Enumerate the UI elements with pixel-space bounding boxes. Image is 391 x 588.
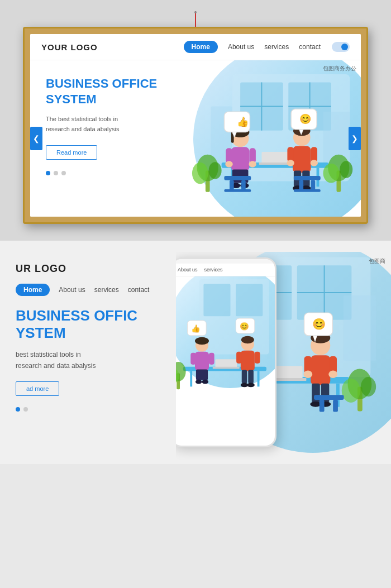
wall-section: YOUR LOGO Home About us services contact… xyxy=(0,0,391,241)
bottom-logo: UR LOGO xyxy=(16,263,167,275)
svg-text:👍: 👍 xyxy=(237,116,250,128)
bottom-nav: Home About us services contact xyxy=(16,284,167,296)
svg-point-30 xyxy=(287,160,294,166)
phone-nav-aboutus[interactable]: About us xyxy=(178,267,198,273)
bottom-slide-dots xyxy=(16,407,167,412)
svg-rect-54 xyxy=(294,176,321,180)
bottom-watermark: 包图商 xyxy=(369,257,385,265)
svg-rect-50 xyxy=(225,176,251,180)
svg-rect-52 xyxy=(241,180,246,191)
bottom-content: UR LOGO Home About us services contact B… xyxy=(0,252,391,464)
svg-rect-111 xyxy=(314,395,344,400)
svg-point-48 xyxy=(323,164,340,183)
svg-point-128 xyxy=(196,380,202,384)
svg-rect-29 xyxy=(311,147,317,162)
bottom-hero-title: BUSINESS OFFICYSTEM xyxy=(16,307,167,342)
bottom-left: UR LOGO Home About us services contact B… xyxy=(0,252,176,464)
hero-illustration: 包图商务办公 xyxy=(179,60,361,217)
phone-illustration: 👍 😊 xyxy=(176,276,275,435)
svg-text:👍: 👍 xyxy=(191,324,201,333)
bottom-right: 包图商 xyxy=(176,252,391,464)
svg-rect-126 xyxy=(209,353,214,365)
svg-rect-113 xyxy=(333,400,338,412)
nav-toggle[interactable] xyxy=(332,42,350,52)
svg-point-20 xyxy=(226,161,233,167)
phone-overlay: About us services xyxy=(176,257,276,447)
svg-text:😊: 😊 xyxy=(240,322,249,331)
svg-text:😊: 😊 xyxy=(312,317,326,331)
slide-arrow-left[interactable]: ❮ xyxy=(30,127,42,150)
svg-point-129 xyxy=(202,380,208,384)
hero-section: ❮ BUSINESS OFFICESYSTEM The best statist… xyxy=(30,60,361,217)
svg-point-131 xyxy=(241,336,254,343)
svg-rect-57 xyxy=(294,189,321,192)
svg-point-44 xyxy=(192,162,208,184)
phone-nav-services[interactable]: services xyxy=(204,267,223,273)
nav-aboutus-link[interactable]: About us xyxy=(228,43,254,51)
slide-dot-2[interactable] xyxy=(54,171,58,175)
hero-title: BUSINESS OFFICESYSTEM xyxy=(46,76,165,107)
nav-services-link[interactable]: services xyxy=(264,43,289,51)
svg-point-107 xyxy=(361,377,376,396)
svg-point-49 xyxy=(340,161,353,178)
phone-content: 👍 😊 xyxy=(176,276,275,435)
slide-dots xyxy=(46,171,165,175)
svg-rect-135 xyxy=(242,370,247,384)
frame-inner: YOUR LOGO Home About us services contact… xyxy=(30,34,361,217)
nav-links: Home About us services contact xyxy=(184,41,321,53)
office-illustration: 👍 😊 xyxy=(179,60,361,217)
bottom-section: UR LOGO Home About us services contact B… xyxy=(0,241,391,464)
hanging-wire-container: YOUR LOGO Home About us services contact… xyxy=(22,11,369,224)
svg-rect-120 xyxy=(216,359,237,367)
bottom-slide-dot-1[interactable] xyxy=(16,407,20,412)
svg-point-92 xyxy=(310,401,321,407)
svg-rect-134 xyxy=(255,352,260,364)
svg-rect-53 xyxy=(225,189,251,192)
phone-nav: About us services xyxy=(176,264,275,276)
slide-dot-3[interactable] xyxy=(61,171,66,175)
svg-rect-51 xyxy=(230,180,234,191)
slide-dot-1[interactable] xyxy=(46,171,50,175)
svg-point-89 xyxy=(328,370,337,378)
bottom-nav-contact[interactable]: contact xyxy=(128,286,150,294)
svg-rect-112 xyxy=(320,400,325,412)
svg-rect-27 xyxy=(293,146,311,173)
svg-rect-19 xyxy=(250,148,256,163)
bottom-read-more-button[interactable]: ad more xyxy=(16,381,59,396)
svg-point-123 xyxy=(195,337,209,345)
svg-point-31 xyxy=(311,160,318,166)
nav-contact-link[interactable]: contact xyxy=(299,43,321,51)
hero-description: The best statistical tools inresearch an… xyxy=(46,114,165,134)
svg-point-45 xyxy=(209,162,222,179)
bottom-nav-services[interactable]: services xyxy=(94,286,119,294)
nav-home-link[interactable]: Home xyxy=(184,41,218,53)
svg-rect-121 xyxy=(213,367,240,369)
svg-point-88 xyxy=(304,370,313,378)
read-more-button[interactable]: Read more xyxy=(46,145,97,160)
bottom-slide-dot-2[interactable] xyxy=(23,407,28,412)
svg-rect-85 xyxy=(311,355,330,385)
bottom-nav-aboutus[interactable]: About us xyxy=(59,286,85,294)
svg-rect-56 xyxy=(311,180,316,191)
bottom-nav-home[interactable]: Home xyxy=(16,284,50,296)
svg-rect-124 xyxy=(195,352,209,371)
svg-rect-127 xyxy=(196,370,208,380)
hanging-wire xyxy=(195,11,196,27)
svg-rect-28 xyxy=(288,147,294,162)
watermark-text: 包图商务办公 xyxy=(323,65,356,73)
bottom-hero-description: best statistical tools inresearch and da… xyxy=(16,350,167,371)
svg-text:😊: 😊 xyxy=(300,113,312,125)
svg-rect-132 xyxy=(241,351,255,371)
svg-point-21 xyxy=(249,161,256,167)
svg-point-137 xyxy=(241,383,248,388)
svg-rect-115 xyxy=(203,284,230,316)
phone-status-bar xyxy=(176,259,275,264)
nav-bar: YOUR LOGO Home About us services contact xyxy=(30,34,361,60)
svg-point-106 xyxy=(342,379,360,403)
svg-point-138 xyxy=(247,383,254,388)
svg-rect-125 xyxy=(190,353,196,365)
svg-rect-116 xyxy=(236,284,263,316)
svg-rect-66 xyxy=(344,295,376,361)
svg-rect-17 xyxy=(231,147,250,171)
slide-arrow-right[interactable]: ❯ xyxy=(349,127,361,150)
